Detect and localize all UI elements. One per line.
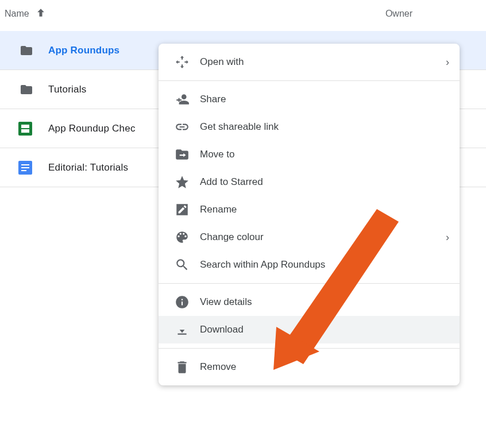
menu-label: Share [200, 94, 226, 105]
chevron-right-icon: › [446, 231, 449, 244]
menu-remove[interactable]: Remove [159, 353, 460, 381]
menu-add-starred[interactable]: Add to Starred [159, 168, 460, 196]
sheets-icon [18, 122, 32, 136]
owner-column-label: Owner [385, 9, 412, 18]
docs-icon [18, 161, 32, 175]
link-icon [175, 119, 200, 134]
name-column-label: Name [5, 9, 29, 19]
menu-label: View details [200, 296, 252, 308]
context-menu: Open with › Share Get shareable link Mov… [159, 44, 460, 385]
column-header: Name Owner [0, 0, 486, 28]
palette-icon [175, 230, 200, 245]
star-icon [175, 175, 200, 190]
sort-ascending-icon [35, 7, 47, 21]
menu-label: Move to [200, 149, 234, 160]
menu-view-details[interactable]: View details [159, 288, 460, 316]
search-icon [175, 257, 200, 272]
owner-column-header[interactable]: Owner [385, 9, 481, 19]
rename-icon [175, 202, 200, 217]
menu-search-within[interactable]: Search within App Roundups [159, 251, 460, 279]
trash-icon [175, 360, 200, 374]
menu-open-with[interactable]: Open with › [159, 48, 460, 76]
file-label: Tutorials [32, 84, 86, 95]
menu-download[interactable]: Download [159, 316, 460, 343]
name-column-header[interactable]: Name [5, 7, 47, 21]
menu-label: Add to Starred [200, 176, 263, 188]
file-label: App Roundups [32, 45, 119, 56]
menu-move-to[interactable]: Move to [159, 141, 460, 168]
move-to-icon [175, 147, 200, 162]
download-icon [175, 322, 200, 337]
menu-get-link[interactable]: Get shareable link [159, 113, 460, 141]
info-icon [175, 295, 200, 310]
menu-label: Change colour [200, 231, 264, 243]
menu-rename[interactable]: Rename [159, 196, 460, 223]
menu-label: Remove [200, 361, 236, 373]
file-label: Editorial: Tutorials [32, 162, 128, 173]
menu-label: Search within App Roundups [200, 259, 325, 271]
open-with-icon [175, 55, 200, 69]
menu-label: Open with [200, 56, 244, 68]
menu-label: Download [200, 324, 244, 335]
menu-label: Rename [200, 204, 237, 215]
file-label: App Roundup Chec [32, 123, 136, 134]
menu-label: Get shareable link [200, 121, 279, 133]
share-icon [175, 92, 200, 107]
chevron-right-icon: › [446, 56, 449, 68]
menu-share[interactable]: Share [159, 86, 460, 113]
menu-change-colour[interactable]: Change colour › [159, 223, 460, 251]
